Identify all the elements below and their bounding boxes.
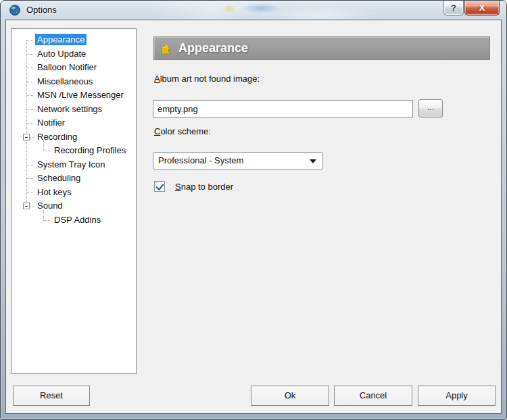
sidebar-item-label: MSN /Live Messenger bbox=[35, 89, 126, 101]
sidebar-item-label: Auto Update bbox=[35, 48, 88, 59]
sidebar-item-auto-update[interactable]: Auto Update bbox=[11, 47, 136, 61]
cancel-button[interactable]: Cancel bbox=[334, 386, 412, 406]
sidebar-item-system-tray-icon[interactable]: System Tray Icon bbox=[11, 158, 136, 172]
sidebar-item-sound[interactable]: Sound bbox=[11, 199, 136, 213]
sidebar-item-network-settings[interactable]: Network settings bbox=[11, 103, 136, 117]
window-title: Options bbox=[26, 1, 57, 20]
sidebar-item-label: Notifier bbox=[35, 117, 67, 128]
sidebar-item-label: Appearance bbox=[35, 34, 87, 45]
titlebar[interactable]: Options bbox=[1, 1, 506, 20]
sidebar-item-recording-profiles[interactable]: Recording Profiles bbox=[11, 144, 136, 158]
chevron-down-icon bbox=[310, 159, 316, 163]
ok-button[interactable]: Ok bbox=[251, 386, 329, 406]
help-button[interactable]: ? bbox=[443, 1, 464, 16]
sidebar-item-miscellaneous[interactable]: Miscellaneous bbox=[11, 75, 136, 89]
browse-button[interactable]: ... bbox=[418, 99, 443, 117]
sidebar-item-recording[interactable]: Recording bbox=[11, 130, 136, 145]
sidebar-item-msn-live-messenger[interactable]: MSN /Live Messenger bbox=[11, 88, 136, 103]
color-scheme-select[interactable]: Professional - System bbox=[153, 152, 323, 169]
sidebar-item-appearance[interactable]: Appearance bbox=[11, 33, 136, 47]
collapse-minus-icon[interactable] bbox=[23, 203, 30, 209]
options-tree: Appearance Auto Update Balloon Notifier … bbox=[11, 28, 137, 374]
sidebar-item-label: Recording Profiles bbox=[52, 145, 128, 156]
sidebar-item-label: Network settings bbox=[35, 103, 104, 115]
sidebar-item-label: System Tray Icon bbox=[35, 159, 107, 170]
puzzle-piece-icon bbox=[160, 43, 173, 55]
sidebar-item-notifier[interactable]: Notifier bbox=[11, 116, 136, 130]
sidebar-item-label: Hot keys bbox=[35, 186, 74, 198]
sidebar-item-label: Balloon Notifier bbox=[35, 61, 99, 73]
close-button[interactable]: X bbox=[464, 1, 500, 16]
sidebar-item-hot-keys[interactable]: Hot keys bbox=[11, 186, 136, 200]
dialog-body: Appearance Auto Update Balloon Notifier … bbox=[5, 20, 502, 414]
album-art-label: Album art not found image: bbox=[154, 74, 260, 84]
section-header: Appearance bbox=[153, 36, 490, 60]
collapse-minus-icon[interactable] bbox=[23, 134, 30, 140]
snap-to-border-checkbox[interactable] bbox=[154, 181, 165, 192]
color-scheme-value: Professional - System bbox=[153, 155, 243, 165]
snap-to-border-label: Snap to border bbox=[175, 181, 233, 192]
reset-button[interactable]: Reset bbox=[13, 386, 90, 406]
sidebar-item-label: Recording bbox=[35, 131, 79, 142]
album-art-input[interactable] bbox=[153, 100, 413, 117]
sidebar-item-dsp-addins[interactable]: DSP Addins bbox=[11, 213, 136, 228]
app-globe-icon bbox=[9, 5, 20, 16]
color-scheme-label: Color scheme: bbox=[154, 126, 211, 136]
sidebar-item-scheduling[interactable]: Scheduling bbox=[11, 172, 136, 186]
sidebar-item-label: Miscellaneous bbox=[35, 76, 95, 87]
options-dialog: Options ? X Appearance Auto Update Ballo… bbox=[0, 0, 507, 420]
apply-button[interactable]: Apply bbox=[418, 386, 496, 406]
sidebar-item-label: Scheduling bbox=[35, 172, 82, 184]
section-title: Appearance bbox=[178, 37, 248, 59]
sidebar-item-label: DSP Addins bbox=[52, 214, 103, 226]
sidebar-item-balloon-notifier[interactable]: Balloon Notifier bbox=[11, 61, 136, 75]
